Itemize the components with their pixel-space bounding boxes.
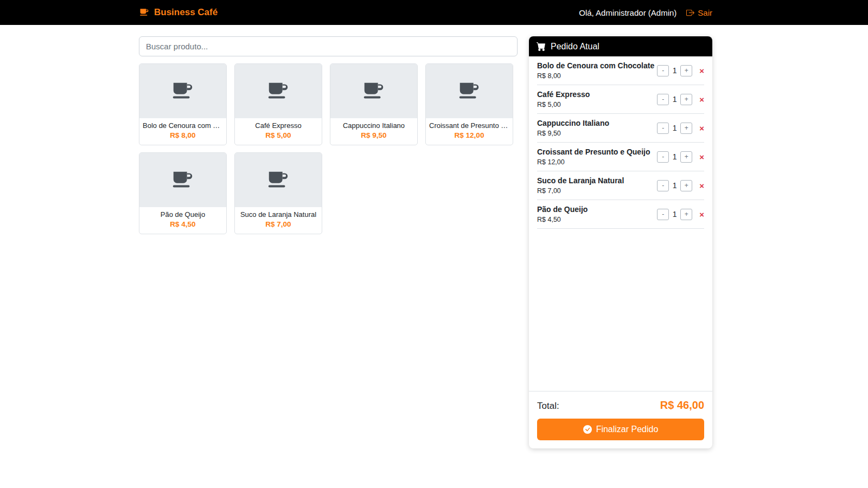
product-name: Café Expresso <box>235 121 322 130</box>
cart-footer: Total: R$ 46,00 Finalizar Pedido <box>529 391 712 448</box>
user-greeting: Olá, Administrador (Admin) <box>579 8 676 17</box>
remove-item-button[interactable]: × <box>699 152 704 162</box>
remove-item-button[interactable]: × <box>699 124 704 133</box>
increase-quantity-button[interactable]: + <box>680 151 692 163</box>
product-price: R$ 8,00 <box>139 131 226 139</box>
product-price: R$ 4,50 <box>139 220 226 228</box>
increase-quantity-button[interactable]: + <box>680 94 692 105</box>
product-image-placeholder <box>235 153 322 207</box>
total-row: Total: R$ 46,00 <box>537 399 704 412</box>
cart-item-controls: - 1 + × <box>657 123 704 134</box>
cart-title: Pedido Atual <box>551 42 599 52</box>
product-grid: Bolo de Cenoura com Chocolate R$ 8,00 Ca… <box>139 63 518 234</box>
increase-quantity-button[interactable]: + <box>680 180 692 191</box>
cart-item-name: Pão de Queijo <box>537 205 588 214</box>
cart-item: Croissant de Presunto e Queijo R$ 12,00 … <box>537 143 704 171</box>
remove-item-button[interactable]: × <box>699 66 704 75</box>
cart-item-quantity: 1 <box>672 152 677 161</box>
product-image-placeholder <box>139 153 226 207</box>
check-circle-icon <box>583 425 592 434</box>
search-input[interactable] <box>139 36 518 56</box>
cart-item-price: R$ 7,00 <box>537 187 624 195</box>
cart-item-controls: - 1 + × <box>657 65 704 76</box>
cart-item-controls: - 1 + × <box>657 209 704 220</box>
cart-item-info: Croissant de Presunto e Queijo R$ 12,00 <box>537 147 650 166</box>
main-content: Bolo de Cenoura com Chocolate R$ 8,00 Ca… <box>139 25 712 448</box>
navbar-right: Olá, Administrador (Admin) Sair <box>579 8 712 17</box>
cart-item: Cappuccino Italiano R$ 9,50 - 1 + × <box>537 114 704 143</box>
product-card[interactable]: Pão de Queijo R$ 4,50 <box>139 152 227 234</box>
cart-item-name: Cappuccino Italiano <box>537 119 609 127</box>
coffee-cup-icon <box>457 79 482 104</box>
product-price: R$ 9,50 <box>330 131 417 139</box>
increase-quantity-button[interactable]: + <box>680 209 692 220</box>
brand-link[interactable]: Business Café <box>139 7 218 18</box>
product-card[interactable]: Cappuccino Italiano R$ 9,50 <box>330 63 418 145</box>
logout-link[interactable]: Sair <box>686 8 712 17</box>
cart-item-name: Suco de Laranja Natural <box>537 176 624 185</box>
product-card[interactable]: Bolo de Cenoura com Chocolate R$ 8,00 <box>139 63 227 145</box>
remove-item-button[interactable]: × <box>699 210 704 219</box>
cart-item: Suco de Laranja Natural R$ 7,00 - 1 + × <box>537 171 704 200</box>
product-image-placeholder <box>330 64 417 118</box>
cart-item-name: Café Expresso <box>537 90 590 99</box>
product-name: Suco de Laranja Natural <box>235 210 322 219</box>
remove-item-button[interactable]: × <box>699 95 704 104</box>
cart-item-info: Café Expresso R$ 5,00 <box>537 90 590 108</box>
logout-icon <box>686 9 694 17</box>
cart-item: Bolo de Cenoura com Chocolate R$ 8,00 - … <box>537 56 704 85</box>
shopping-cart-icon <box>537 42 546 51</box>
cart-item-controls: - 1 + × <box>657 94 704 105</box>
coffee-cup-icon <box>139 7 150 18</box>
cart-item: Café Expresso R$ 5,00 - 1 + × <box>537 85 704 114</box>
cart-header: Pedido Atual <box>529 36 712 56</box>
cart-item-name: Croissant de Presunto e Queijo <box>537 147 650 156</box>
cart-item-controls: - 1 + × <box>657 151 704 163</box>
product-card[interactable]: Suco de Laranja Natural R$ 7,00 <box>234 152 322 234</box>
total-label: Total: <box>537 401 559 412</box>
cart-item-price: R$ 4,50 <box>537 216 588 223</box>
cart-item-price: R$ 12,00 <box>537 158 650 166</box>
decrease-quantity-button[interactable]: - <box>657 180 669 191</box>
product-image-placeholder <box>235 64 322 118</box>
cart-item-price: R$ 5,00 <box>537 101 590 108</box>
decrease-quantity-button[interactable]: - <box>657 65 669 76</box>
product-price: R$ 7,00 <box>235 220 322 228</box>
cart-item-price: R$ 9,50 <box>537 130 609 137</box>
finalize-order-label: Finalizar Pedido <box>596 425 659 434</box>
decrease-quantity-button[interactable]: - <box>657 123 669 134</box>
cart-item-quantity: 1 <box>672 181 677 190</box>
products-section: Bolo de Cenoura com Chocolate R$ 8,00 Ca… <box>139 36 518 234</box>
increase-quantity-button[interactable]: + <box>680 65 692 76</box>
increase-quantity-button[interactable]: + <box>680 123 692 134</box>
product-name: Croissant de Presunto e Queijo <box>426 121 513 130</box>
product-image-placeholder <box>426 64 513 118</box>
product-image-placeholder <box>139 64 226 118</box>
product-price: R$ 5,00 <box>235 131 322 139</box>
product-name: Bolo de Cenoura com Chocolate <box>139 121 226 130</box>
product-name: Pão de Queijo <box>139 210 226 219</box>
decrease-quantity-button[interactable]: - <box>657 209 669 220</box>
cart-item-info: Cappuccino Italiano R$ 9,50 <box>537 119 609 137</box>
product-card[interactable]: Croissant de Presunto e Queijo R$ 12,00 <box>425 63 513 145</box>
cart-panel: Pedido Atual Bolo de Cenoura com Chocola… <box>529 36 712 448</box>
product-card[interactable]: Café Expresso R$ 5,00 <box>234 63 322 145</box>
cart-item-quantity: 1 <box>672 95 677 104</box>
cart-item-info: Suco de Laranja Natural R$ 7,00 <box>537 176 624 195</box>
remove-item-button[interactable]: × <box>699 181 704 190</box>
logout-label: Sair <box>698 8 712 17</box>
cart-items-list: Bolo de Cenoura com Chocolate R$ 8,00 - … <box>529 56 712 391</box>
cart-item-quantity: 1 <box>672 210 677 219</box>
cart-item-quantity: 1 <box>672 66 677 75</box>
finalize-order-button[interactable]: Finalizar Pedido <box>537 419 704 440</box>
product-price: R$ 12,00 <box>426 131 513 139</box>
cart-item-controls: - 1 + × <box>657 180 704 191</box>
coffee-cup-icon <box>170 168 195 192</box>
decrease-quantity-button[interactable]: - <box>657 94 669 105</box>
cart-item-info: Bolo de Cenoura com Chocolate R$ 8,00 <box>537 61 653 80</box>
coffee-cup-icon <box>266 168 291 192</box>
navbar-container: Business Café Olá, Administrador (Admin)… <box>139 0 712 25</box>
decrease-quantity-button[interactable]: - <box>657 151 669 163</box>
coffee-cup-icon <box>170 79 195 104</box>
cart-item-quantity: 1 <box>672 124 677 132</box>
